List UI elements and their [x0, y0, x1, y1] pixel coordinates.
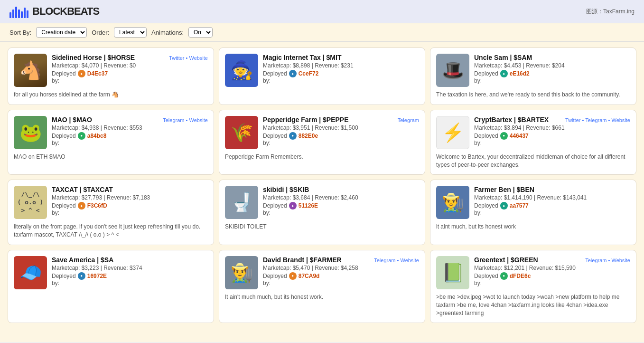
card-info-farmer-ben: Farmer Ben | $BEN Marketcap: $1,414,190 …: [474, 186, 630, 216]
card-marketcap-cryptbartex: Marketcap: $3,894 | Revenue: $661: [474, 124, 630, 131]
card-deployed-uncle-sam: Deployed ● eE16d2: [474, 70, 630, 77]
deployed-label-taxcat: Deployed: [52, 202, 76, 209]
card-desc-david-brandt: It ain't much much, but its honest work.: [225, 293, 419, 301]
card-title-row-mao: MAO | $MAO Telegram • Website: [52, 116, 208, 124]
card-link-website-sidelined-horse[interactable]: Website: [189, 55, 208, 61]
card-marketcap-save-america: Marketcap: $3,223 | Revenue: $374: [52, 265, 208, 271]
card-title-farmer-ben: Farmer Ben | $BEN: [474, 186, 534, 193]
deployed-label-david-brandt: Deployed: [263, 273, 287, 279]
card-desc-greentext: >be me >dev.jpeg >wot to launch today >w…: [436, 293, 630, 317]
card-marketcap-farmer-ben: Marketcap: $1,414,190 | Revenue: $143,04…: [474, 194, 630, 201]
card-link-website-cryptbartex[interactable]: Website: [611, 117, 630, 123]
card-top: 📗 Greentext | $GREEN Telegram • Website …: [436, 256, 630, 289]
deployed-by-pepperidge-farm: by:: [263, 140, 419, 146]
card-deployed-cryptbartex: Deployed ● 446437: [474, 132, 630, 140]
deployed-by-sidelined-horse: by:: [52, 77, 208, 84]
logo-bar-1: [9, 12, 11, 18]
card-link-website-greentext[interactable]: Website: [611, 257, 630, 263]
card-image-sidelined-horse: 🐴: [14, 54, 47, 87]
card-title-row-greentext: Greentext | $GREEN Telegram • Website: [474, 256, 630, 264]
card-link-twitter-cryptbartex[interactable]: Twitter: [565, 117, 580, 123]
deployer-avatar-pepperidge-farm: ●: [289, 132, 297, 140]
deployer-avatar-david-brandt: ●: [289, 272, 297, 280]
card-link-telegram-david-brandt[interactable]: Telegram: [374, 257, 395, 263]
card-link-telegram-pepperidge-farm[interactable]: Telegram: [398, 117, 419, 123]
deployed-by-save-america: by:: [52, 280, 208, 286]
card-title-row-save-america: Save America | $SA: [52, 256, 208, 264]
card-deployed-mao: Deployed ● a84bc8: [52, 132, 208, 140]
deployer-name-mao: a84bc8: [87, 133, 107, 139]
card-link-twitter-sidelined-horse[interactable]: Twitter: [169, 55, 184, 61]
card-marketcap-uncle-sam: Marketcap: $4,453 | Revenue: $204: [474, 62, 630, 69]
card-title-magic-internet-tax: Magic Internet Tax | $MIT: [263, 54, 341, 61]
deployer-name-taxcat: F3C6fD: [87, 202, 107, 209]
deployed-label-farmer-ben: Deployed: [474, 202, 498, 209]
card-info-magic-internet-tax: Magic Internet Tax | $MIT Marketcap: $8,…: [263, 54, 419, 84]
card-title-row-david-brandt: David Brandt | $FARMER Telegram • Websit…: [263, 256, 419, 264]
card-title-skibidi: skibidi | $SKIB: [263, 186, 309, 193]
card-title-save-america: Save America | $SA: [52, 256, 113, 264]
deployer-avatar-mao: ●: [78, 132, 85, 140]
card-desc-uncle-sam: The taxation is here, and we're ready to…: [436, 91, 630, 99]
card-title-sidelined-horse: Sidelined Horse | $HORSE: [52, 54, 135, 61]
card-image-skibidi: 🚽: [225, 186, 258, 219]
deployed-label-skibidi: Deployed: [263, 202, 287, 209]
card-marketcap-mao: Marketcap: $4,938 | Revenue: $553: [52, 124, 208, 131]
deployed-by-magic-internet-tax: by:: [263, 77, 419, 84]
card-link-telegram-greentext[interactable]: Telegram: [585, 257, 607, 263]
card-link-telegram-cryptbartex[interactable]: Telegram: [585, 117, 607, 123]
card-deployed-sidelined-horse: Deployed ● D4Ec37: [52, 70, 208, 77]
deployed-label-pepperidge-farm: Deployed: [263, 133, 287, 139]
sort-by-label: Sort By:: [9, 29, 31, 36]
card-title-pepperidge-farm: Pepperidge Farm | $PEPPE: [263, 116, 349, 124]
card-info-save-america: Save America | $SA Marketcap: $3,223 | R…: [52, 256, 208, 286]
card-title-row-sidelined-horse: Sidelined Horse | $HORSE Twitter • Websi…: [52, 54, 208, 61]
deployer-name-save-america: 16972E: [87, 273, 107, 279]
deployer-name-pepperidge-farm: 882E0e: [299, 133, 318, 139]
deployed-label-greentext: Deployed: [474, 273, 498, 279]
deployed-by-mao: by:: [52, 140, 208, 146]
toolbar: Sort By: Creation date Marketcap Revenue…: [0, 23, 644, 42]
deployed-by-taxcat: by:: [52, 210, 208, 216]
animations-label: Animations:: [151, 29, 184, 36]
card-top: 🧙 Magic Internet Tax | $MIT Marketcap: $…: [225, 54, 419, 87]
deployer-avatar-farmer-ben: ●: [500, 202, 508, 210]
card-image-pepperidge-farm: 🌾: [225, 116, 258, 149]
card-info-skibidi: skibidi | $SKIB Marketcap: $3,684 | Reve…: [263, 186, 419, 216]
card-image-david-brandt: 👨‍🌾: [225, 256, 258, 289]
deployer-avatar-cryptbartex: ●: [500, 132, 508, 140]
deployer-name-greentext: dFDE6c: [510, 273, 531, 279]
card-taxcat: /\_/\ ( o.o ) > ^ < TAXCAT | $TAXCAT Mar…: [8, 180, 214, 245]
card-info-mao: MAO | $MAO Telegram • Website Marketcap:…: [52, 116, 208, 146]
logo-bar-6: [24, 8, 26, 18]
deployer-name-cryptbartex: 446437: [510, 133, 529, 139]
card-desc-pepperidge-farm: Pepperidge Farm Remembers.: [225, 153, 419, 161]
deployed-label-sidelined-horse: Deployed: [52, 70, 76, 77]
card-info-david-brandt: David Brandt | $FARMER Telegram • Websit…: [263, 256, 419, 286]
card-desc-farmer-ben: it aint much, but its honest work: [436, 223, 630, 231]
logo-bar-4: [18, 10, 20, 18]
card-link-website-mao[interactable]: Website: [189, 117, 208, 123]
deployed-by-cryptbartex: by:: [474, 140, 630, 146]
card-link-telegram-mao[interactable]: Telegram: [163, 117, 184, 123]
logo-bar-5: [21, 11, 23, 18]
card-mao: 🐸 MAO | $MAO Telegram • Website Marketca…: [8, 110, 214, 175]
sort-by-select[interactable]: Creation date Marketcap Revenue: [36, 27, 87, 38]
card-link-website-david-brandt[interactable]: Website: [400, 257, 419, 263]
card-title-row-magic-internet-tax: Magic Internet Tax | $MIT: [263, 54, 419, 61]
card-links-mao: Telegram • Website: [163, 117, 208, 123]
card-title-david-brandt: David Brandt | $FARMER: [263, 256, 342, 264]
card-marketcap-taxcat: Marketcap: $27,793 | Revenue: $7,183: [52, 194, 208, 201]
card-sidelined-horse: 🐴 Sidelined Horse | $HORSE Twitter • Web…: [8, 48, 214, 105]
card-title-row-uncle-sam: Uncle Sam | $SAM: [474, 54, 630, 61]
card-image-save-america: 🧢: [14, 256, 47, 289]
card-title-uncle-sam: Uncle Sam | $SAM: [474, 54, 532, 61]
animations-select[interactable]: On Off: [188, 27, 213, 38]
card-title-greentext: Greentext | $GREEN: [474, 256, 538, 264]
deployed-by-greentext: by:: [474, 280, 630, 286]
card-marketcap-magic-internet-tax: Marketcap: $8,898 | Revenue: $231: [263, 62, 419, 69]
card-image-magic-internet-tax: 🧙: [225, 54, 258, 87]
card-deployed-david-brandt: Deployed ● 87CA9d: [263, 272, 419, 280]
order-select[interactable]: Latest Oldest: [114, 27, 147, 38]
app-header: BLOCKBEATS 图源：TaxFarm.ing: [0, 0, 644, 23]
